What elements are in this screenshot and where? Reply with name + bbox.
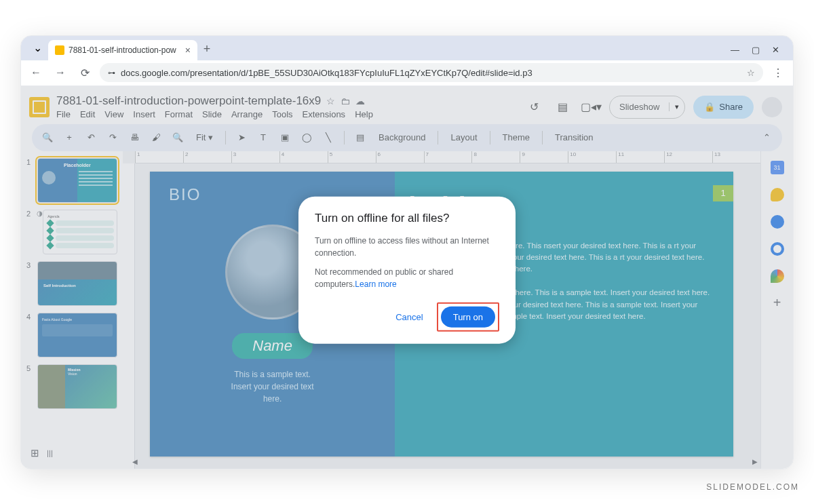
modal-line-1: Turn on offline to access files without … xyxy=(315,234,499,258)
toolbar: 🔍 + ↶ ↷ 🖶 🖌 🔍 Fit ▾ ➤ T ▣ ◯ ╲ ▤ Backgrou… xyxy=(32,124,782,151)
scroll-right-button[interactable]: ▶ xyxy=(750,458,760,465)
horizontal-scrollbar[interactable]: ◀ ▶ xyxy=(130,458,760,466)
speaker-notes-icon: ◑ xyxy=(37,210,43,217)
shape-tool[interactable]: ◯ xyxy=(298,129,315,147)
slide-number-badge: 1 xyxy=(713,185,733,201)
slide-thumbnail-5[interactable]: MissionVision xyxy=(37,364,117,409)
close-tab-icon[interactable]: × xyxy=(185,45,191,56)
move-icon[interactable]: 🗀 xyxy=(341,96,350,106)
image-tool[interactable]: ▣ xyxy=(276,129,294,147)
cloud-status-icon[interactable]: ☁ xyxy=(355,96,365,106)
menu-bar: File Edit View Insert Format Slide Arran… xyxy=(56,109,373,119)
menu-format[interactable]: Format xyxy=(165,109,193,119)
textbox-tool[interactable]: T xyxy=(254,129,272,147)
star-icon[interactable]: ☆ xyxy=(326,96,335,106)
menu-tools[interactable]: Tools xyxy=(272,109,292,119)
history-icon[interactable]: ↺ xyxy=(524,97,544,117)
scroll-left-button[interactable]: ◀ xyxy=(130,458,140,465)
turn-on-button[interactable]: Turn on xyxy=(441,306,495,327)
browser-tab[interactable]: 7881-01-self-introduction-pow × xyxy=(48,40,197,60)
menu-view[interactable]: View xyxy=(104,109,123,119)
new-slide-button[interactable]: + xyxy=(60,129,78,147)
collapse-toolbar-button[interactable]: ⌃ xyxy=(758,129,775,147)
theme-button[interactable]: Theme xyxy=(497,132,535,142)
maximize-button[interactable]: ▢ xyxy=(752,45,760,55)
contacts-icon[interactable] xyxy=(771,242,784,256)
menu-slide[interactable]: Slide xyxy=(202,109,222,119)
url-text: docs.google.com/presentation/d/1pBE_55SU… xyxy=(121,68,532,78)
background-button[interactable]: Background xyxy=(373,132,431,142)
slides-logo-icon[interactable] xyxy=(29,97,50,117)
name-pill: Name xyxy=(232,333,313,359)
browser-menu-button[interactable]: ⋮ xyxy=(769,63,788,82)
url-field[interactable]: ⊶ docs.google.com/presentation/d/1pBE_55… xyxy=(100,63,763,82)
menu-edit[interactable]: Edit xyxy=(80,109,95,119)
back-button[interactable]: ← xyxy=(26,63,45,82)
account-avatar[interactable] xyxy=(762,97,782,117)
slideshow-dropdown[interactable]: ▾ xyxy=(669,102,684,111)
layout-button[interactable]: Layout xyxy=(445,132,482,142)
meet-icon[interactable]: ▢◂▾ xyxy=(581,97,601,117)
reload-button[interactable]: ⟳ xyxy=(75,63,94,82)
thumbnail-panel: 1 Placeholder 2 ◑ Agenda 3 xyxy=(21,151,123,469)
slide-thumbnail-4[interactable]: Facts About Google xyxy=(37,313,117,357)
window-controls: — ▢ ✕ xyxy=(731,45,788,60)
filmstrip-view-button[interactable]: ⫼ xyxy=(45,447,55,459)
search-icon[interactable]: 🔍 xyxy=(39,129,56,147)
zoom-select[interactable]: Fit ▾ xyxy=(191,132,218,142)
site-info-icon[interactable]: ⊶ xyxy=(108,69,115,77)
forward-button[interactable]: → xyxy=(51,63,70,82)
bookmark-icon[interactable]: ☆ xyxy=(747,68,755,78)
offline-modal: Turn on offline for all files? Turn on o… xyxy=(298,196,516,343)
tab-title: 7881-01-self-introduction-pow xyxy=(69,45,176,55)
transition-button[interactable]: Transition xyxy=(549,132,599,142)
addons-button[interactable]: + xyxy=(771,296,784,310)
lock-icon: 🔒 xyxy=(704,102,715,112)
share-button[interactable]: 🔒 Share xyxy=(693,96,754,119)
doc-title[interactable]: 7881-01-self-introduction-powerpoint-tem… xyxy=(56,94,321,108)
browser-window: ⌄ 7881-01-self-introduction-pow × + — ▢ … xyxy=(20,35,794,469)
undo-button[interactable]: ↶ xyxy=(82,129,100,147)
comment-button[interactable]: ▤ xyxy=(351,129,369,147)
menu-file[interactable]: File xyxy=(56,109,71,119)
new-tab-button[interactable]: + xyxy=(197,40,216,59)
learn-more-link[interactable]: Learn more xyxy=(355,279,396,288)
tabs-dropdown-button[interactable]: ⌄ xyxy=(29,40,45,56)
slide-thumbnail-2[interactable]: Agenda xyxy=(43,210,117,254)
slide-thumbnail-3[interactable]: Self Introduction xyxy=(37,261,117,306)
menu-extensions[interactable]: Extensions xyxy=(303,109,346,119)
menu-arrange[interactable]: Arrange xyxy=(231,109,263,119)
line-tool[interactable]: ╲ xyxy=(319,129,337,147)
maps-icon[interactable] xyxy=(771,269,784,283)
select-tool[interactable]: ➤ xyxy=(233,129,250,147)
print-button[interactable]: 🖶 xyxy=(125,129,143,147)
turn-on-highlight: Turn on xyxy=(437,302,499,331)
app-area: 7881-01-self-introduction-powerpoint-tem… xyxy=(21,86,793,469)
vertical-ruler[interactable] xyxy=(123,163,135,469)
address-bar: ← → ⟳ ⊶ docs.google.com/presentation/d/1… xyxy=(21,60,793,86)
menu-insert[interactable]: Insert xyxy=(133,109,155,119)
calendar-icon[interactable] xyxy=(771,161,784,174)
modal-line-2: Not recommended on public or shared comp… xyxy=(315,265,499,290)
tab-strip: ⌄ 7881-01-self-introduction-pow × + — ▢ … xyxy=(21,36,793,60)
menu-help[interactable]: Help xyxy=(355,109,373,119)
slideshow-button[interactable]: Slideshow ▾ xyxy=(609,96,685,119)
tasks-icon[interactable] xyxy=(771,215,784,229)
redo-button[interactable]: ↷ xyxy=(104,129,121,147)
side-panel: + xyxy=(760,151,793,469)
zoom-icon[interactable]: 🔍 xyxy=(169,129,187,147)
slide-thumbnail-1[interactable]: Placeholder xyxy=(37,158,117,203)
keep-icon[interactable] xyxy=(771,188,784,201)
cancel-button[interactable]: Cancel xyxy=(387,306,431,327)
horizontal-ruler[interactable]: 12 34 56 78 910 1112 13 xyxy=(135,151,760,163)
watermark: SLIDEMODEL.COM xyxy=(706,482,799,492)
grid-view-button[interactable]: ⊞ xyxy=(31,447,39,459)
comments-icon[interactable]: ▤ xyxy=(552,97,573,117)
minimize-button[interactable]: — xyxy=(731,45,739,55)
close-window-button[interactable]: ✕ xyxy=(772,45,779,55)
slides-favicon xyxy=(55,45,64,55)
view-toggle: ⊞ ⫼ xyxy=(31,447,55,459)
sample-text-left: This is a sample text. Insert your desir… xyxy=(163,368,381,405)
modal-title: Turn on offline for all files? xyxy=(315,211,499,225)
paint-format-button[interactable]: 🖌 xyxy=(147,129,165,147)
